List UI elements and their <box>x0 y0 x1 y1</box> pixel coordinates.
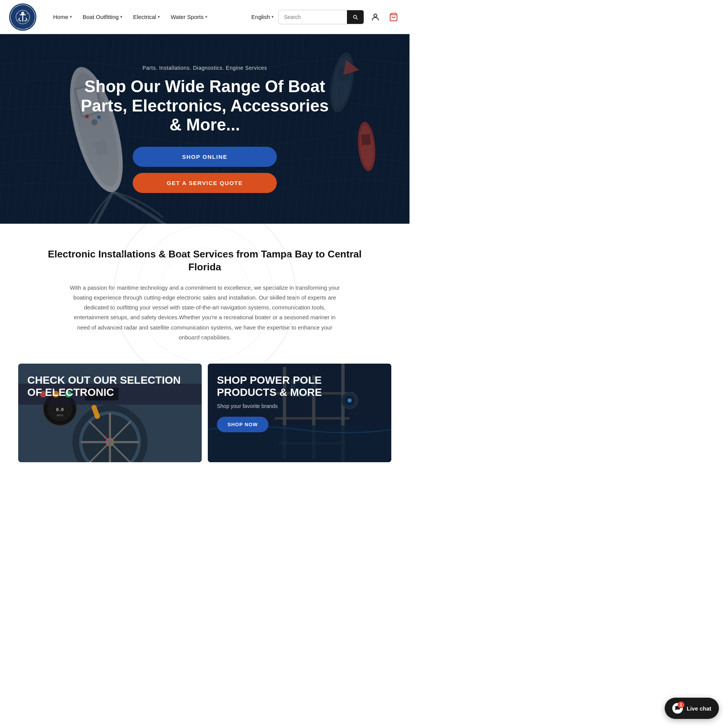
card-2-title: SHOP POWER POLE PRODUCTS & MORE <box>217 374 382 399</box>
about-title: Electronic Installations & Boat Services… <box>46 248 364 274</box>
user-account-button[interactable] <box>369 10 382 24</box>
card-2-content: SHOP POWER POLE PRODUCTS & MORE Shop you… <box>208 364 391 462</box>
get-quote-button[interactable]: GET A SERVICE QUOTE <box>133 173 277 193</box>
about-body: With a passion for maritime technology a… <box>68 283 341 343</box>
search-input[interactable] <box>279 11 347 23</box>
language-selector[interactable]: English ▾ <box>251 14 274 20</box>
cards-section: 0.0 MPH CHECK OUT OUR SELECTION OF ELECT… <box>0 364 410 477</box>
nav-boat-outfitting[interactable]: Boat Outfitting ▾ <box>78 11 127 23</box>
search-icon <box>352 14 358 20</box>
shop-now-button[interactable]: SHOP NOW <box>217 417 268 432</box>
logo[interactable]: ★ ★ ★ ★ <box>9 3 36 31</box>
cart-icon <box>389 13 398 22</box>
cart-button[interactable] <box>387 10 400 24</box>
hero-content: Parts. Installations. Diagnostics. Engin… <box>72 65 337 193</box>
card-2-subtitle: Shop your favorite brands <box>217 403 382 409</box>
search-button[interactable] <box>347 10 364 24</box>
nav-links: Home ▾ Boat Outfitting ▾ Electrical ▾ Wa… <box>49 11 251 23</box>
hero-subtitle: Parts. Installations. Diagnostics. Engin… <box>80 65 330 71</box>
about-section: Electronic Installations & Boat Services… <box>0 224 410 364</box>
home-chevron-icon: ▾ <box>70 14 72 19</box>
card-power-pole[interactable]: SHOP POWER POLE PRODUCTS & MORE Shop you… <box>208 364 391 462</box>
nav-home[interactable]: Home ▾ <box>49 11 77 23</box>
boat-outfitting-chevron-icon: ▾ <box>120 14 122 19</box>
card-1-title: CHECK OUT OUR SELECTION OF ELECTRONIC <box>27 374 193 399</box>
nav-water-sports[interactable]: Water Sports ▾ <box>166 11 212 23</box>
lang-chevron-icon: ▾ <box>271 14 274 19</box>
user-icon <box>371 13 380 22</box>
card-electronics[interactable]: 0.0 MPH CHECK OUT OUR SELECTION OF ELECT… <box>18 364 202 462</box>
search-bar <box>278 10 364 24</box>
nav-electrical[interactable]: Electrical ▾ <box>129 11 165 23</box>
shop-online-button[interactable]: SHOP ONLINE <box>133 147 277 167</box>
hero-title: Shop Our Wide Range Of Boat Parts, Elect… <box>80 77 330 135</box>
svg-point-10 <box>374 14 377 17</box>
card-1-content: CHECK OUT OUR SELECTION OF ELECTRONIC <box>18 364 202 462</box>
hero-section: Parts. Installations. Diagnostics. Engin… <box>0 34 410 224</box>
electrical-chevron-icon: ▾ <box>158 14 160 19</box>
logo-svg: ★ ★ ★ ★ <box>15 9 30 25</box>
water-sports-chevron-icon: ▾ <box>205 14 207 19</box>
navbar: ★ ★ ★ ★ Home ▾ Boat Outfitting ▾ Electri… <box>0 0 410 34</box>
nav-right: English ▾ <box>251 10 400 24</box>
